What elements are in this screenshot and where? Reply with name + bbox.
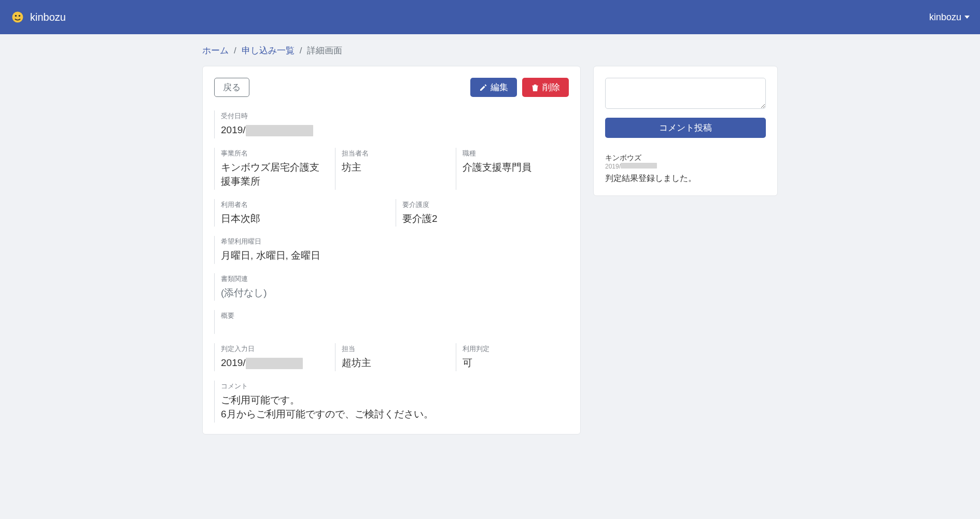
field-label: 担当	[342, 344, 447, 354]
field-value: 日本次郎	[221, 212, 387, 226]
comment-input[interactable]	[605, 78, 766, 109]
field-label: 職種	[463, 149, 568, 158]
breadcrumb: ホーム / 申し込み一覧 / 詳細画面	[202, 45, 778, 57]
user-name: kinbozu	[929, 12, 961, 23]
field-value: 可	[463, 356, 568, 370]
breadcrumb-home[interactable]: ホーム	[202, 45, 229, 57]
field-label: 利用判定	[463, 344, 568, 354]
field-comment: コメント ご利用可能です。 6月からご利用可能ですので、ご検討ください。	[214, 381, 569, 423]
field-value: 月曜日, 水曜日, 金曜日	[221, 248, 569, 263]
svg-point-0	[12, 12, 23, 23]
field-summary: 概要	[214, 310, 569, 334]
field-label: 事業所名	[221, 149, 327, 158]
breadcrumb-separator: /	[234, 46, 236, 56]
field-docs: 書類関連 (添付なし)	[214, 273, 569, 301]
field-value: 要介護2	[402, 212, 569, 226]
comment-panel: コメント投稿 キンボウズ 2019/ 判定結果登録しました。	[593, 66, 778, 196]
delete-button[interactable]: 削除	[522, 78, 569, 97]
field-label: 概要	[221, 311, 569, 320]
navbar: kinbozu kinbozu	[0, 0, 980, 34]
edit-icon	[479, 83, 487, 92]
redacted	[621, 163, 657, 169]
field-days: 希望利用曜日 月曜日, 水曜日, 金曜日	[214, 236, 569, 264]
field-value: 2019/	[221, 123, 569, 137]
field-value: 介護支援専門員	[463, 160, 568, 175]
field-value: 超坊主	[342, 356, 447, 370]
redacted	[246, 358, 303, 369]
field-value: (添付なし)	[221, 286, 569, 300]
field-label: 担当者名	[342, 149, 447, 158]
field-label: 書類関連	[221, 274, 569, 284]
brand-link[interactable]: kinbozu	[10, 10, 66, 24]
comment-text: 判定結果登録しました。	[605, 173, 766, 184]
field-label: 利用者名	[221, 200, 387, 209]
back-button[interactable]: 戻る	[214, 78, 249, 97]
detail-card: 戻る 編集 削除	[202, 66, 581, 434]
field-judgement: 利用判定 可	[456, 343, 568, 371]
redacted	[246, 125, 313, 136]
field-value: キンボウズ居宅介護支援事業所	[221, 160, 327, 189]
chevron-down-icon	[964, 16, 970, 19]
svg-point-2	[19, 15, 21, 17]
detail-toolbar: 戻る 編集 削除	[214, 78, 569, 97]
brand-logo-icon	[10, 10, 25, 24]
breadcrumb-separator: /	[300, 46, 302, 56]
field-received-at: 受付日時 2019/	[214, 110, 569, 138]
comment-date: 2019/	[605, 163, 766, 170]
comment-submit-button[interactable]: コメント投稿	[605, 118, 766, 138]
comment-item: キンボウズ 2019/ 判定結果登録しました。	[605, 153, 766, 184]
brand-text: kinbozu	[30, 11, 66, 23]
field-value	[221, 322, 569, 333]
trash-icon	[531, 83, 539, 92]
field-label: 判定入力日	[221, 344, 327, 354]
field-label: 希望利用曜日	[221, 237, 569, 246]
edit-button[interactable]: 編集	[470, 78, 517, 97]
field-value: 坊主	[342, 160, 447, 175]
field-label: 要介護度	[402, 200, 569, 209]
svg-point-1	[15, 15, 17, 17]
field-judge-by: 担当 超坊主	[335, 343, 447, 371]
field-judged-at: 判定入力日 2019/	[214, 343, 327, 371]
field-user: 利用者名 日本次郎	[214, 199, 387, 227]
breadcrumb-current: 詳細画面	[307, 45, 342, 57]
user-menu[interactable]: kinbozu	[929, 12, 970, 23]
breadcrumb-list[interactable]: 申し込み一覧	[242, 45, 295, 57]
field-label: コメント	[221, 382, 569, 391]
field-label: 受付日時	[221, 111, 569, 121]
field-value: 2019/	[221, 356, 327, 370]
field-role: 職種 介護支援専門員	[456, 148, 568, 190]
comment-author: キンボウズ	[605, 153, 766, 163]
field-carelevel: 要介護度 要介護2	[396, 199, 569, 227]
field-contact: 担当者名 坊主	[335, 148, 447, 190]
field-value: ご利用可能です。 6月からご利用可能ですので、ご検討ください。	[221, 393, 569, 422]
field-office: 事業所名 キンボウズ居宅介護支援事業所	[214, 148, 327, 190]
